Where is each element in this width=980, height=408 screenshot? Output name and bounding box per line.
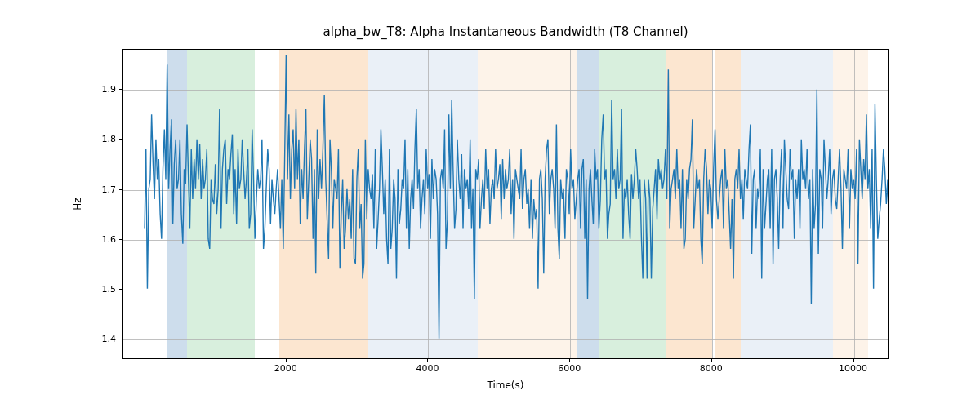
y-tick-mark	[119, 189, 122, 190]
x-tick-mark	[853, 359, 854, 362]
y-tick-mark	[119, 139, 122, 140]
line-series-svg	[123, 50, 888, 358]
x-tick-mark	[569, 359, 570, 362]
chart-title: alpha_bw_T8: Alpha Instantaneous Bandwid…	[122, 24, 889, 39]
y-tick-mark	[119, 289, 122, 290]
x-tick-mark	[711, 359, 712, 362]
chart-container: 1.41.51.61.71.81.9 200040006000800010000	[122, 49, 889, 359]
series-line	[145, 55, 889, 339]
y-tick-mark	[119, 339, 122, 339]
y-tick-mark	[119, 89, 122, 90]
x-tick-mark	[286, 359, 287, 362]
y-axis-label: Hz	[72, 197, 83, 210]
x-axis-label: Time(s)	[122, 379, 889, 391]
x-tick-mark	[427, 359, 428, 362]
plot-area	[122, 49, 889, 359]
y-tick-mark	[119, 239, 122, 240]
